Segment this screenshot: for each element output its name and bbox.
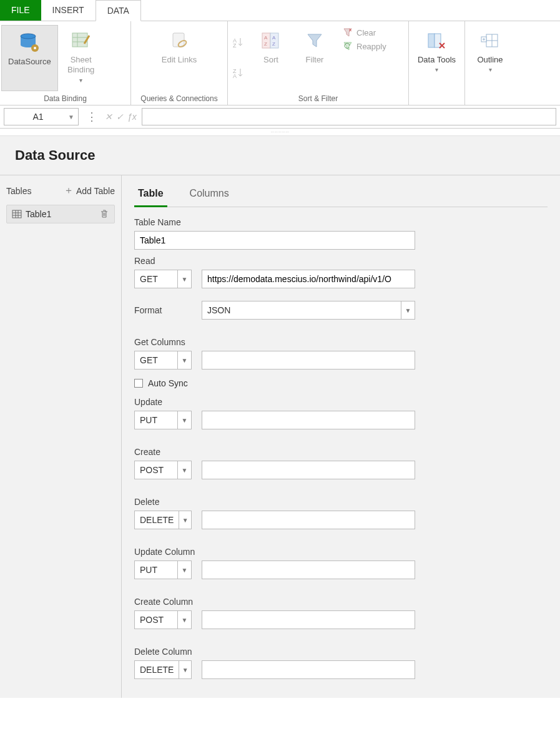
deletecol-method-select[interactable]: DELETE▼ [134,660,192,679]
page-title: Data Source [0,136,560,175]
reapply-funnel-icon [343,41,353,51]
ribbon: DataSource Sheet Binding Data Binding [0,21,560,105]
auto-sync-checkbox[interactable]: Auto Sync [134,378,548,388]
svg-text:Z: Z [272,41,275,47]
create-url-input[interactable] [202,461,415,479]
read-url-input[interactable] [202,270,415,288]
resize-grip[interactable]: ┈┈┈┈┈ [0,129,560,136]
chevron-down-icon: ▼ [177,351,191,369]
datasource-button[interactable]: DataSource [1,25,58,91]
chevron-down-icon: ▼ [177,561,191,579]
svg-text:A: A [272,35,276,41]
clear-filter-button[interactable]: Clear [343,27,386,37]
subtab-table[interactable]: Table [134,184,167,207]
deletecol-url-input[interactable] [202,660,415,679]
sort-desc-icon[interactable]: ZA [233,67,244,80]
clear-label: Clear [356,28,376,37]
svg-text:A: A [233,73,237,78]
outline-label: Outline [477,55,503,65]
update-method-select[interactable]: PUT▼ [134,411,192,429]
dropdown-caret-icon: ▼ [68,114,74,120]
data-tools-label: Data Tools [418,55,456,65]
tab-file[interactable]: FILE [0,0,41,21]
accept-formula-icon[interactable]: ✓ [116,112,124,122]
reapply-filter-button[interactable]: Reapply [343,41,386,51]
clear-funnel-icon [343,27,353,37]
chevron-down-icon: ▼ [179,661,191,678]
datasource-label: DataSource [8,57,51,67]
table-name-input[interactable] [134,231,415,250]
sort-label: Sort [263,55,278,65]
table-detail-panel: Table Columns Table Name Read GET▼ Forma… [122,175,560,698]
createcol-url-input[interactable] [202,610,415,629]
subtab-columns[interactable]: Columns [186,184,233,207]
plus-icon: ＋ [64,184,74,197]
svg-text:Z: Z [264,41,267,47]
format-select[interactable]: JSON▼ [202,301,415,320]
trash-icon[interactable] [99,209,109,219]
sort-button[interactable]: AZAZ Sort [249,24,293,92]
update-url-input[interactable] [202,411,415,429]
chevron-down-icon: ▼ [177,270,191,288]
sort-asc-desc-col: AZ ZA [228,24,249,92]
table-list-item[interactable]: Table1 [6,205,115,223]
more-options-icon[interactable]: ⋮ [84,112,100,121]
svg-point-3 [34,47,36,49]
chevron-down-icon: ▼ [177,411,191,429]
add-table-button[interactable]: ＋ Add Table [64,184,115,197]
delete-url-input[interactable] [202,511,415,529]
fx-icon[interactable]: ƒx [127,112,137,122]
chevron-down-icon: ▼ [177,611,191,629]
svg-rect-21 [435,34,441,47]
edit-links-button[interactable]: Edit Links [155,24,203,92]
svg-text:Z: Z [233,42,237,47]
tab-insert[interactable]: INSERT [41,0,96,21]
update-label: Update [134,397,548,407]
delete-label: Delete [134,497,548,507]
updatecol-url-input[interactable] [202,560,415,579]
data-tools-button[interactable]: Data Tools [411,24,462,92]
menubar: FILE INSERT DATA [0,0,560,21]
outline-button[interactable]: Outline [468,24,512,92]
formula-input[interactable] [142,108,556,125]
chevron-down-icon: ▼ [177,461,191,479]
svg-rect-4 [72,33,87,47]
tab-data[interactable]: DATA [96,0,141,21]
getcolumns-url-input[interactable] [202,351,415,370]
delete-method-select[interactable]: DELETE▼ [134,511,192,529]
sheet-binding-icon [71,27,92,54]
sortfilter-group-label: Sort & Filter [228,92,408,105]
updatecol-method-select[interactable]: PUT▼ [134,560,192,579]
sort-asc-icon[interactable]: AZ [233,36,244,49]
sheet-binding-label: Sheet Binding [67,55,94,76]
filter-button[interactable]: Filter [293,24,336,92]
data-binding-group-label: Data Binding [0,92,130,105]
deletecol-label: Delete Column [134,647,548,657]
svg-rect-20 [428,34,435,47]
sheet-binding-button[interactable]: Sheet Binding [59,24,103,92]
read-method-select[interactable]: GET▼ [134,270,192,288]
edit-links-icon [170,27,189,54]
tables-sidebar: Tables ＋ Add Table Table1 [0,175,122,698]
table-item-name: Table1 [26,209,51,219]
createcol-label: Create Column [134,597,548,607]
sort-icon: AZAZ [261,27,281,54]
getcolumns-method-select[interactable]: GET▼ [134,351,192,370]
table-name-label: Table Name [134,217,548,227]
cancel-formula-icon[interactable]: ✕ [105,112,112,122]
tables-label: Tables [6,186,31,196]
formula-bar: A1 ▼ ⋮ ✕ ✓ ƒx [0,105,560,129]
cell-reference-box[interactable]: A1 ▼ [4,108,79,125]
add-table-label: Add Table [76,186,115,196]
createcol-method-select[interactable]: POST▼ [134,610,192,629]
edit-links-label: Edit Links [162,55,197,65]
create-method-select[interactable]: POST▼ [134,461,192,479]
queries-group-label: Queries & Connections [131,92,227,105]
data-tools-icon [427,27,447,54]
filter-label: Filter [306,55,324,65]
auto-sync-label: Auto Sync [148,378,188,388]
svg-text:A: A [264,35,268,41]
create-label: Create [134,447,548,457]
reapply-label: Reapply [356,42,386,51]
getcolumns-label: Get Columns [134,337,548,347]
